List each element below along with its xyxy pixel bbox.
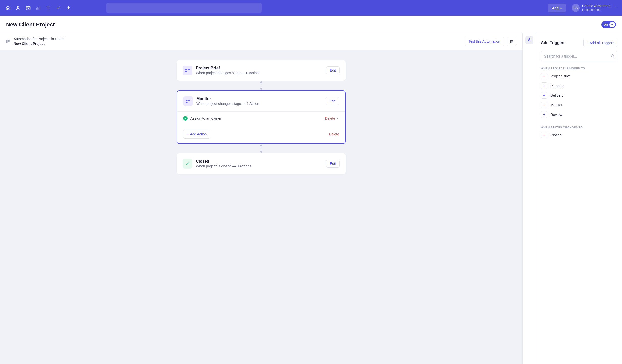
delete-action-link[interactable]: Delete: [325, 116, 339, 120]
card-title: Monitor: [196, 97, 322, 101]
subheader-label: Automation for Projects in Board:: [14, 37, 65, 41]
card-subtitle: When project changes stage — 0 Actions: [196, 71, 322, 75]
card-subtitle: When project changes stage — 1 Action: [196, 102, 322, 106]
trigger-group-label: When project is moved to...: [541, 67, 617, 70]
trigger-label: Planning: [550, 84, 564, 88]
subheader: Automation for Projects in Board: New Cl…: [0, 33, 522, 50]
remove-trigger-button[interactable]: −: [541, 132, 547, 138]
trigger-label: Closed: [550, 133, 562, 137]
board-stage-icon: [183, 96, 193, 106]
automation-toggle[interactable]: ON: [601, 21, 616, 28]
svg-rect-7: [186, 100, 188, 101]
board-stage-icon: [183, 66, 192, 75]
trigger-item-monitor: − Monitor: [541, 102, 617, 108]
edit-button[interactable]: Edit: [326, 66, 340, 74]
user-menu[interactable]: CA Charlie Armstrong Lookmark Inc: [572, 4, 617, 12]
trash-icon: [509, 39, 513, 43]
page-header: New Client Project ON: [0, 16, 622, 33]
board-icon: [5, 39, 11, 44]
bolt-icon[interactable]: [66, 5, 72, 11]
test-automation-button[interactable]: Test this Automation: [465, 37, 504, 46]
delete-trigger-link[interactable]: Delete: [329, 132, 339, 136]
page-title: New Client Project: [6, 21, 55, 28]
svg-rect-8: [188, 100, 191, 101]
main-column: Automation for Projects in Board: New Cl…: [0, 33, 523, 364]
bars-icon[interactable]: [35, 5, 41, 11]
svg-point-10: [611, 55, 614, 57]
add-action-button[interactable]: + Add Action: [183, 130, 210, 139]
svg-rect-1: [26, 6, 30, 10]
add-button[interactable]: Add +: [548, 4, 566, 12]
right-panel: Add Triggers + Add all Triggers When pro…: [536, 33, 622, 364]
chevron-down-icon: [336, 117, 339, 120]
add-trigger-button[interactable]: +: [541, 82, 547, 89]
add-trigger-button[interactable]: +: [541, 92, 547, 99]
user-text: Charlie Armstrong Lookmark Inc: [582, 4, 610, 12]
subheader-board-name: New Client Project: [14, 41, 65, 46]
trigger-search-input[interactable]: [541, 51, 617, 61]
add-button-label: Add +: [552, 6, 562, 10]
home-icon[interactable]: [5, 5, 11, 11]
top-nav-left: [5, 5, 72, 11]
connector: [260, 81, 262, 90]
connector: [260, 144, 262, 153]
card-title: Closed: [196, 159, 322, 164]
person-icon[interactable]: [15, 5, 21, 11]
trigger-label: Delivery: [550, 93, 563, 97]
trend-icon[interactable]: [56, 5, 62, 11]
right-panel-title: Add Triggers: [541, 41, 566, 45]
card-title: Project Brief: [196, 66, 322, 70]
svg-rect-3: [8, 40, 10, 42]
trigger-card-closed[interactable]: Closed When project is closed — 0 Action…: [177, 153, 346, 174]
svg-rect-6: [185, 71, 187, 72]
chevron-down-icon: [614, 6, 617, 10]
trigger-card-project-brief[interactable]: Project Brief When project changes stage…: [177, 60, 346, 81]
global-search[interactable]: [106, 3, 262, 13]
trigger-item-planning: + Planning: [541, 82, 617, 89]
check-icon: [183, 116, 188, 121]
automation-canvas: Project Brief When project changes stage…: [0, 50, 522, 364]
lines-icon[interactable]: [45, 5, 51, 11]
bolt-icon: [609, 22, 615, 27]
top-nav: Add + CA Charlie Armstrong Lookmark Inc: [0, 0, 622, 16]
user-name: Charlie Armstrong: [582, 4, 610, 8]
user-org: Lookmark Inc: [582, 8, 610, 12]
svg-rect-5: [188, 69, 190, 70]
remove-trigger-button[interactable]: −: [541, 73, 547, 79]
trigger-group-label: When Status changes to...: [541, 126, 617, 129]
edit-button[interactable]: Edit: [326, 160, 340, 168]
action-label: Assign to an owner: [190, 116, 322, 120]
trigger-label: Project Brief: [550, 74, 570, 78]
trigger-card-monitor[interactable]: Monitor When project changes stage — 1 A…: [177, 90, 346, 144]
delete-automation-button[interactable]: [507, 37, 516, 46]
remove-trigger-button[interactable]: −: [541, 102, 547, 108]
action-row[interactable]: Assign to an owner Delete: [177, 111, 345, 125]
check-icon: [183, 159, 192, 169]
add-all-triggers-button[interactable]: + Add all Triggers: [583, 39, 617, 47]
trigger-item-project-brief: − Project Brief: [541, 73, 617, 79]
trigger-label: Review: [550, 113, 562, 117]
subheader-actions: Test this Automation: [465, 37, 516, 46]
edit-button[interactable]: Edit: [326, 97, 339, 105]
subheader-left: Automation for Projects in Board: New Cl…: [5, 37, 65, 46]
trigger-search: [541, 51, 617, 61]
trigger-item-review: + Review: [541, 111, 617, 118]
svg-rect-2: [6, 40, 7, 43]
trigger-item-delivery: + Delivery: [541, 92, 617, 99]
svg-rect-9: [186, 102, 188, 103]
add-trigger-button[interactable]: +: [541, 111, 547, 118]
body: Automation for Projects in Board: New Cl…: [0, 33, 622, 364]
toggle-label: ON: [604, 23, 608, 26]
search-icon: [611, 54, 614, 59]
trigger-label: Monitor: [550, 103, 562, 107]
calendar-icon[interactable]: [25, 5, 31, 11]
avatar: CA: [572, 4, 580, 12]
svg-rect-4: [185, 69, 187, 70]
bolt-icon[interactable]: [525, 36, 533, 44]
card-subtitle: When project is closed — 0 Actions: [196, 164, 322, 168]
trigger-item-closed: − Closed: [541, 132, 617, 138]
subheader-text: Automation for Projects in Board: New Cl…: [14, 37, 65, 46]
aside-column: [523, 33, 536, 364]
svg-point-0: [17, 6, 19, 8]
